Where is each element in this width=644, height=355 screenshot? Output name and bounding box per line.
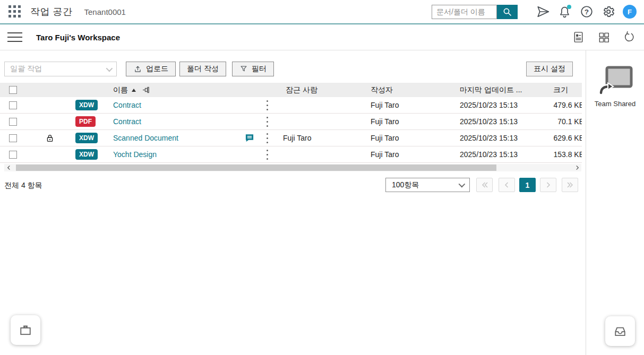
next-page-icon — [545, 181, 552, 188]
column-header-locked-by[interactable]: 잠근 사람 — [286, 85, 317, 95]
upload-icon — [133, 65, 142, 74]
briefcase-icon — [18, 323, 33, 337]
author-cell: Fuji Taro — [371, 134, 399, 142]
refresh-button[interactable] — [623, 31, 636, 44]
column-header-size[interactable]: 크기 — [553, 85, 568, 95]
kebab-menu-icon[interactable] — [263, 133, 271, 143]
pin-icon[interactable] — [142, 86, 151, 94]
file-type-badge: XDW — [75, 100, 98, 110]
bulk-action-label: 일괄 작업 — [10, 64, 42, 74]
create-folder-label: 폴더 작성 — [187, 64, 219, 74]
filter-icon — [239, 65, 248, 73]
last-page-button[interactable] — [562, 178, 578, 192]
author-cell: Fuji Taro — [371, 150, 399, 159]
locked-by-cell: Fuji Taro — [283, 134, 311, 142]
scroll-right-icon[interactable] — [573, 164, 581, 171]
team-shared-icon — [586, 65, 644, 94]
row-checkbox[interactable] — [9, 118, 17, 126]
column-header-last-updated[interactable]: 마지막 업데이트 ... — [460, 85, 522, 95]
kebab-menu-icon[interactable] — [263, 100, 271, 110]
total-items-label: 전체 4 항목 — [4, 181, 42, 191]
filter-button[interactable]: 필터 — [232, 62, 274, 76]
team-shared-item[interactable]: Team Shared — [586, 65, 644, 108]
help-button[interactable]: ? — [579, 5, 594, 19]
comment-icon[interactable] — [244, 133, 255, 143]
notification-dot — [567, 5, 571, 9]
column-header-author[interactable]: 작성자 — [371, 85, 393, 95]
bulk-action-select[interactable]: 일괄 작업 — [4, 62, 117, 76]
app-launcher-icon[interactable] — [8, 5, 21, 18]
row-checkbox[interactable] — [9, 134, 17, 142]
grid-view-button[interactable] — [597, 31, 610, 44]
search-icon — [503, 7, 512, 16]
search-input[interactable] — [432, 5, 497, 19]
create-folder-button[interactable]: 폴더 작성 — [179, 62, 226, 76]
user-avatar[interactable]: F — [623, 5, 637, 19]
horizontal-scrollbar[interactable] — [4, 164, 581, 171]
settings-button[interactable] — [601, 5, 615, 19]
send-button[interactable] — [536, 5, 550, 19]
list-footer: 전체 4 항목 100항목 1 — [0, 178, 586, 193]
search-box — [432, 5, 518, 19]
table-row[interactable]: XDW Scanned Document Fuji Taro Fuji Taro… — [0, 130, 582, 146]
table-row[interactable]: XDW Yocht Design Fuji Taro 2025/10/23 15… — [0, 146, 582, 163]
file-name-link[interactable]: Contract — [113, 117, 141, 126]
kebab-menu-icon[interactable] — [263, 150, 271, 160]
filter-label: 필터 — [252, 64, 267, 74]
table-header-row: 이름 잠근 사람 작성자 마지막 업데이트 ... 크기 — [0, 83, 582, 97]
last-updated-cell: 2025/10/23 15:13 — [460, 101, 518, 109]
display-settings-button[interactable]: 표시 설정 — [526, 62, 573, 76]
upload-button[interactable]: 업로드 — [126, 62, 176, 76]
table-row[interactable]: PDF Contract Fuji Taro 2025/10/23 15:13 … — [0, 114, 582, 130]
author-cell: Fuji Taro — [371, 101, 399, 109]
file-name-link[interactable]: Scanned Document — [113, 134, 178, 142]
shared-spaces-panel: Team Shared — [586, 50, 644, 355]
workspace-title-bar: Taro Fuji's Workspace — [0, 24, 644, 50]
file-name-link[interactable]: Contract — [113, 101, 141, 109]
workspace-title: Taro Fuji's Workspace — [36, 33, 120, 42]
size-cell: 479.6 KB — [536, 101, 582, 109]
refresh-icon — [623, 31, 636, 44]
document-view-button[interactable] — [572, 31, 585, 44]
inbox-tray-icon — [613, 324, 628, 339]
display-settings-label: 표시 설정 — [534, 64, 565, 74]
scrollbar-thumb[interactable] — [16, 164, 496, 171]
previous-page-button[interactable] — [499, 178, 515, 192]
lock-icon — [45, 133, 55, 144]
table-row[interactable]: XDW Contract Fuji Taro 2025/10/23 15:13 … — [0, 97, 582, 114]
file-name-link[interactable]: Yocht Design — [113, 150, 157, 159]
chevron-down-icon — [106, 65, 113, 72]
page-size-select[interactable]: 100항목 — [385, 178, 470, 192]
topbar-icons: ? F — [536, 5, 637, 19]
previous-page-icon — [503, 181, 510, 188]
author-cell: Fuji Taro — [371, 117, 399, 126]
tenant-name: Tenant0001 — [84, 7, 126, 16]
file-list: 이름 잠근 사람 작성자 마지막 업데이트 ... 크기 XDW — [0, 77, 582, 163]
first-page-icon — [481, 181, 488, 188]
next-page-button[interactable] — [540, 178, 556, 192]
row-checkbox[interactable] — [9, 151, 17, 159]
menu-hamburger-icon[interactable] — [7, 32, 22, 42]
search-button[interactable] — [497, 5, 518, 19]
scrollbar-track[interactable] — [13, 164, 573, 171]
briefcase-panel-button[interactable] — [11, 315, 40, 345]
header-checkbox[interactable] — [9, 86, 17, 94]
content-area: 일괄 작업 업로드 폴더 작성 — [0, 50, 644, 355]
scroll-left-icon[interactable] — [4, 164, 13, 171]
first-page-button[interactable] — [476, 178, 493, 192]
kebab-menu-icon[interactable] — [263, 117, 271, 127]
row-checkbox[interactable] — [9, 101, 17, 109]
chevron-down-icon — [459, 181, 466, 188]
notifications-button[interactable] — [557, 5, 572, 19]
last-page-icon — [566, 181, 574, 188]
svg-text:?: ? — [584, 8, 588, 16]
upload-label: 업로드 — [146, 64, 168, 74]
last-updated-cell: 2025/10/23 15:13 — [460, 134, 518, 142]
current-page-button[interactable]: 1 — [519, 178, 536, 192]
column-header-name[interactable]: 이름 — [113, 85, 128, 95]
file-type-badge: PDF — [75, 116, 96, 127]
team-shared-label: Team Shared — [586, 100, 644, 108]
file-type-badge: XDW — [75, 149, 98, 160]
inbox-tray-button[interactable] — [605, 316, 635, 346]
send-icon — [536, 5, 550, 19]
